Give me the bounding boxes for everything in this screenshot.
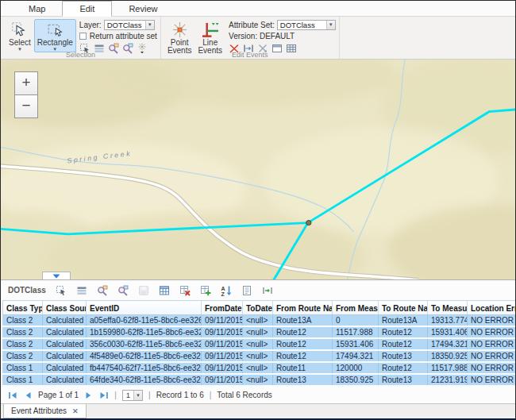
table-cell[interactable]: Class 1 <box>3 362 43 374</box>
route-junction-point[interactable] <box>306 221 311 225</box>
table-cell[interactable]: Route13 <box>379 350 428 362</box>
return-attribute-set-checkbox[interactable] <box>79 33 87 40</box>
table-cell[interactable]: Class 2 <box>3 338 43 350</box>
table-cell[interactable]: 15931.406 <box>333 338 379 350</box>
table-cell[interactable]: Route12 <box>273 326 333 338</box>
table-cell[interactable]: a05effa0-62f8-11e5-8bc6-ee32641d5ec9 <box>87 315 202 327</box>
close-icon[interactable]: ✕ <box>72 407 79 415</box>
table-cell[interactable]: <null> <box>243 374 273 386</box>
table-cell[interactable]: NO ERROR <box>468 362 516 374</box>
table-cell[interactable]: Route13 <box>273 374 333 386</box>
table-cell[interactable]: <null> <box>243 338 273 350</box>
table-cell[interactable]: Route12 <box>273 338 333 350</box>
table-cell[interactable]: 4f5489e0-62f8-11e5-8bc6-ee32641d5ec9 <box>87 350 202 362</box>
zoom-in-button[interactable]: + <box>14 71 38 95</box>
column-header-to-measure[interactable]: To Measure <box>428 301 468 315</box>
show-selection-icon[interactable] <box>76 285 87 296</box>
table-cell[interactable]: 21231.919 <box>428 374 468 386</box>
table-cell[interactable]: Class 1 <box>3 374 43 386</box>
table-cell[interactable]: 09/11/2015 <box>202 338 243 350</box>
table-cell[interactable]: Route12 <box>379 326 428 338</box>
table-cell[interactable]: Calculated <box>43 326 87 338</box>
form-view-icon[interactable] <box>241 285 252 296</box>
zoom-to-selection-icon[interactable] <box>97 285 108 296</box>
table-cell[interactable]: 1b159980-62f8-11e5-8bc6-ee32641d5ec9 <box>87 326 202 338</box>
table-cell[interactable]: NO ERROR <box>468 326 516 338</box>
table-cell[interactable]: 120000 <box>333 362 379 374</box>
layer-select[interactable]: DOTClass ▼ <box>104 20 155 30</box>
table-cell[interactable]: 17494.321 <box>428 338 468 350</box>
zoom-out-button[interactable]: − <box>14 94 38 118</box>
tab-edit[interactable]: Edit <box>62 1 112 17</box>
table-cell[interactable]: 11517.988 <box>333 326 379 338</box>
table-cell[interactable]: 18350.925 <box>333 374 379 386</box>
table-cell[interactable]: 09/11/2015 <box>202 315 243 327</box>
page-number-select[interactable]: 1 ▼ <box>122 390 143 401</box>
table-cell[interactable]: 11517.988 <box>428 362 468 374</box>
table-row[interactable]: Class 1Calculatedfb447540-62f7-11e5-8bc6… <box>3 362 516 374</box>
column-header-class-type[interactable]: Class Type <box>3 301 43 315</box>
table-cell[interactable]: Route13 <box>379 374 428 386</box>
table-cell[interactable]: Route11 <box>273 362 333 374</box>
table-cell[interactable]: Calculated <box>43 362 87 374</box>
table-cell[interactable]: NO ERROR <box>468 315 516 327</box>
column-header-to-route-name[interactable]: To Route Name <box>379 301 428 315</box>
attribute-table-icon[interactable] <box>159 285 170 296</box>
table-cell[interactable]: 17494.321 <box>333 350 379 362</box>
table-cell[interactable]: Calculated <box>43 338 87 350</box>
add-event-icon[interactable] <box>200 285 211 296</box>
table-cell[interactable]: 09/11/2015 <box>202 362 243 374</box>
chevron-down-icon[interactable]: ▼ <box>133 391 142 400</box>
table-cell[interactable]: NO ERROR <box>468 350 516 362</box>
table-row[interactable]: Class 1Calculated64fde340-62f8-11e5-8bc6… <box>3 374 516 386</box>
select-tool-button[interactable]: Select ▼ <box>6 19 34 52</box>
next-page-button[interactable] <box>84 391 94 400</box>
last-page-button[interactable] <box>99 391 109 400</box>
table-cell[interactable]: 0 <box>333 315 379 327</box>
attribute-set-select[interactable]: DOTClass ▼ <box>277 20 336 30</box>
chevron-down-icon[interactable]: ▼ <box>326 21 335 29</box>
table-cell[interactable]: 15931.406 <box>428 326 468 338</box>
table-cell[interactable]: Route13A <box>273 315 333 327</box>
column-header-fromdate[interactable]: FromDate <box>202 301 243 315</box>
measure-icon[interactable] <box>262 285 273 296</box>
delete-event-icon[interactable] <box>179 285 191 296</box>
table-row[interactable]: Class 2Calculated4f5489e0-62f8-11e5-8bc6… <box>3 350 516 362</box>
column-header-eventid[interactable]: EventID <box>87 301 202 315</box>
first-page-button[interactable] <box>8 391 17 400</box>
table-row[interactable]: Class 2Calculateda05effa0-62f8-11e5-8bc6… <box>3 315 516 327</box>
table-cell[interactable]: <null> <box>243 326 273 338</box>
table-cell[interactable]: 18350.925 <box>428 350 468 362</box>
table-cell[interactable]: 356c0030-62f8-11e5-8bc6-ee32641d5ec9 <box>87 338 202 350</box>
table-cell[interactable]: <null> <box>243 362 273 374</box>
table-cell[interactable]: Calculated <box>43 315 87 327</box>
previous-page-button[interactable] <box>23 391 33 400</box>
table-cell[interactable]: NO ERROR <box>468 338 516 350</box>
table-cell[interactable]: Class 2 <box>3 350 43 362</box>
table-cell[interactable]: NO ERROR <box>468 374 516 386</box>
column-header-from-route-name[interactable]: From Route Name <box>273 301 333 315</box>
select-rectangle-icon[interactable] <box>56 285 67 296</box>
rectangle-tool-button[interactable]: Rectangle ▼ <box>34 19 76 52</box>
column-header-location-error[interactable]: Location Error <box>468 301 516 315</box>
table-cell[interactable]: 64fde340-62f8-11e5-8bc6-ee32641d5ec9 <box>87 374 202 386</box>
pan-to-selection-icon[interactable] <box>117 285 129 296</box>
table-cell[interactable]: Route13A <box>379 315 428 327</box>
table-cell[interactable]: fb447540-62f7-11e5-8bc6-ee32641d5ec9 <box>87 362 202 374</box>
table-cell[interactable]: 09/11/2015 <box>202 374 243 386</box>
table-cell[interactable]: Route12 <box>379 338 428 350</box>
table-cell[interactable]: 09/11/2015 <box>202 326 243 338</box>
table-cell[interactable]: 19313.774 <box>428 315 468 327</box>
table-row[interactable]: Class 2Calculated356c0030-62f8-11e5-8bc6… <box>3 338 516 350</box>
table-cell[interactable]: Route12 <box>379 362 428 374</box>
tab-event-attributes[interactable]: Event Attributes ✕ <box>3 404 87 418</box>
table-cell[interactable]: <null> <box>243 350 273 362</box>
table-row[interactable]: Class 2Calculated1b159980-62f8-11e5-8bc6… <box>3 326 516 338</box>
column-header-todate[interactable]: ToDate <box>243 301 273 315</box>
chevron-down-icon[interactable]: ▼ <box>145 21 154 29</box>
table-cell[interactable]: Calculated <box>43 350 87 362</box>
sort-icon[interactable]: AZ <box>221 285 232 296</box>
panel-collapse-button[interactable] <box>42 272 71 279</box>
table-cell[interactable]: <null> <box>243 315 273 327</box>
column-header-from-measure[interactable]: From Measure <box>333 301 379 315</box>
